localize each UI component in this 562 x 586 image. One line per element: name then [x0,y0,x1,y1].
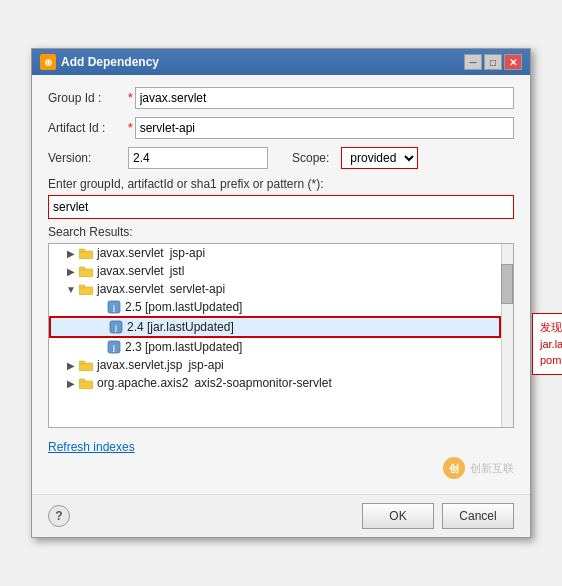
scrollbar-track [501,244,513,427]
title-controls[interactable]: ─ □ ✕ [464,54,522,70]
tree-item-r3b[interactable]: j 2.4 [jar.lastUpdated] [49,316,501,338]
item-version-r3b: 2.4 [jar.lastUpdated] [127,320,234,334]
search-input-wrapper[interactable] [48,195,514,219]
svg-text:j: j [112,344,115,352]
tree-item-r4[interactable]: ▶ javax.servlet.jsp jsp-api [49,356,501,374]
item-artifact-r3: servlet-api [170,282,225,296]
svg-rect-15 [79,379,85,382]
artifact-id-label: Artifact Id : [48,121,128,135]
expand-icon-r3c [93,341,105,353]
scope-label: Scope: [292,151,329,165]
tree-item-r2[interactable]: ▶ javax.servlet jstl [49,262,501,280]
svg-text:j: j [114,324,117,332]
ok-button[interactable]: OK [362,503,434,529]
item-artifact-r5: axis2-soapmonitor-servlet [194,376,331,390]
folder-icon-r4 [79,358,93,372]
search-input[interactable] [49,196,513,218]
tree-item-r3[interactable]: ▼ javax.servlet servlet-api [49,280,501,298]
results-container[interactable]: ▶ javax.servlet jsp-api ▶ javax.servl [48,243,514,428]
folder-icon-r2 [79,264,93,278]
title-bar: ⊕ Add Dependency ─ □ ✕ [32,49,530,75]
results-inner: ▶ javax.servlet jsp-api ▶ javax.servl [49,244,513,392]
refresh-section: Refresh indexes [48,434,514,454]
annotation-text: 发现并没有jar包，而是jar.lastUpdated，先选这个，等会在pom.… [540,321,562,366]
maximize-button[interactable]: □ [484,54,502,70]
expand-icon-r4: ▶ [65,359,77,371]
add-dependency-dialog: ⊕ Add Dependency ─ □ ✕ Group Id : * Arti… [31,48,531,538]
item-group-r1: javax.servlet [97,246,164,260]
expand-icon-r1: ▶ [65,247,77,259]
artifact-id-input[interactable] [135,117,514,139]
expand-icon-r2: ▶ [65,265,77,277]
bottom-buttons: OK Cancel [362,503,514,529]
watermark-text: 创新互联 [470,461,514,476]
version-input[interactable] [128,147,268,169]
artifact-id-required: * [128,121,133,135]
group-id-required: * [128,91,133,105]
annotation-popup: 发现并没有jar包，而是jar.lastUpdated，先选这个，等会在pom.… [532,313,562,375]
expand-icon-r3: ▼ [65,283,77,295]
item-group-r2: javax.servlet [97,264,164,278]
results-label: Search Results: [48,225,514,239]
dialog-content: Group Id : * Artifact Id : * Version: Sc… [32,75,530,494]
expand-icon-r3a [93,301,105,313]
watermark: 创 创新互联 [48,454,514,482]
jar-icon-r3c: j [107,340,121,354]
watermark-logo: 创 [442,456,466,480]
svg-text:j: j [112,304,115,312]
scope-select-wrapper[interactable]: compile provided runtime test system [341,147,418,169]
item-group-r3: javax.servlet [97,282,164,296]
dialog-title: Add Dependency [61,55,159,69]
group-id-row: Group Id : * [48,87,514,109]
version-label: Version: [48,151,128,165]
item-version-r3c: 2.3 [pom.lastUpdated] [125,340,242,354]
jar-icon-r3a: j [107,300,121,314]
expand-icon-r3b [95,321,107,333]
item-group-r5: org.apache.axis2 [97,376,188,390]
tree-item-r5[interactable]: ▶ org.apache.axis2 axis2-soapmonitor-ser… [49,374,501,392]
folder-icon-r1 [79,246,93,260]
scope-select[interactable]: compile provided runtime test system [342,148,417,168]
results-wrapper: ▶ javax.servlet jsp-api ▶ javax.servl [48,243,514,428]
artifact-id-row: Artifact Id : * [48,117,514,139]
item-version-r3a: 2.5 [pom.lastUpdated] [125,300,242,314]
svg-text:创: 创 [448,463,459,474]
item-group-r4: javax.servlet.jsp [97,358,182,372]
version-scope-row: Version: Scope: compile provided runtime… [48,147,514,169]
tree-item-r3c[interactable]: j 2.3 [pom.lastUpdated] [49,338,501,356]
item-artifact-r2: jstl [170,264,185,278]
svg-rect-5 [79,285,85,288]
folder-icon-r5 [79,376,93,390]
svg-rect-1 [79,249,85,252]
group-id-label: Group Id : [48,91,128,105]
item-artifact-r1: jsp-api [170,246,205,260]
title-bar-left: ⊕ Add Dependency [40,54,159,70]
cancel-button[interactable]: Cancel [442,503,514,529]
expand-icon-r5: ▶ [65,377,77,389]
group-id-input[interactable] [135,87,514,109]
tree-item-r3a[interactable]: j 2.5 [pom.lastUpdated] [49,298,501,316]
tree-item-r1[interactable]: ▶ javax.servlet jsp-api [49,244,501,262]
jar-icon-r3b: j [109,320,123,334]
folder-icon-r3 [79,282,93,296]
scrollbar-thumb[interactable] [501,264,513,304]
dialog-icon: ⊕ [40,54,56,70]
svg-rect-13 [79,361,85,364]
item-artifact-r4: jsp-api [188,358,223,372]
close-button[interactable]: ✕ [504,54,522,70]
search-label: Enter groupId, artifactId or sha1 prefix… [48,177,514,191]
help-button[interactable]: ? [48,505,70,527]
bottom-bar: ? OK Cancel [32,494,530,537]
svg-rect-3 [79,267,85,270]
minimize-button[interactable]: ─ [464,54,482,70]
refresh-indexes-link[interactable]: Refresh indexes [48,440,135,454]
